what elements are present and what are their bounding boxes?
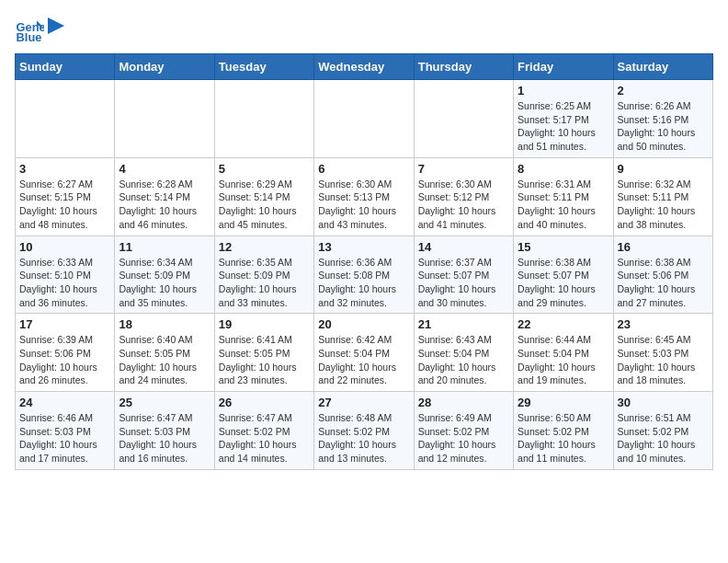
calendar-day-cell: 26Sunrise: 6:47 AM Sunset: 5:02 PM Dayli…: [214, 392, 313, 470]
day-info: Sunrise: 6:33 AM Sunset: 5:10 PM Dayligh…: [19, 256, 110, 310]
day-number: 4: [119, 162, 210, 176]
day-number: 17: [19, 317, 110, 331]
day-info: Sunrise: 6:34 AM Sunset: 5:09 PM Dayligh…: [119, 256, 210, 310]
day-number: 13: [318, 240, 409, 254]
day-info: Sunrise: 6:30 AM Sunset: 5:13 PM Dayligh…: [318, 178, 409, 232]
calendar-day-cell: 7Sunrise: 6:30 AM Sunset: 5:12 PM Daylig…: [414, 157, 513, 236]
day-number: 26: [219, 396, 310, 409]
day-number: 29: [518, 396, 609, 409]
calendar-day-cell: [414, 80, 513, 158]
calendar-day-cell: 5Sunrise: 6:29 AM Sunset: 5:14 PM Daylig…: [214, 157, 313, 236]
weekday-header: Saturday: [613, 54, 712, 80]
svg-marker-3: [48, 17, 64, 34]
day-info: Sunrise: 6:44 AM Sunset: 5:04 PM Dayligh…: [518, 333, 609, 387]
calendar-day-cell: 22Sunrise: 6:44 AM Sunset: 5:04 PM Dayli…: [514, 314, 613, 392]
calendar-day-cell: 20Sunrise: 6:42 AM Sunset: 5:04 PM Dayli…: [314, 314, 414, 392]
day-info: Sunrise: 6:46 AM Sunset: 5:03 PM Dayligh…: [19, 411, 110, 465]
day-info: Sunrise: 6:49 AM Sunset: 5:02 PM Dayligh…: [418, 411, 509, 465]
day-number: 19: [219, 317, 310, 331]
day-number: 28: [418, 396, 509, 409]
weekday-header: Tuesday: [214, 54, 313, 80]
calendar-day-cell: 12Sunrise: 6:35 AM Sunset: 5:09 PM Dayli…: [214, 236, 313, 314]
day-number: 10: [19, 240, 110, 254]
calendar-day-cell: 30Sunrise: 6:51 AM Sunset: 5:02 PM Dayli…: [613, 392, 712, 470]
day-info: Sunrise: 6:43 AM Sunset: 5:04 PM Dayligh…: [418, 333, 509, 387]
weekday-header: Monday: [115, 54, 214, 80]
day-info: Sunrise: 6:40 AM Sunset: 5:05 PM Dayligh…: [119, 333, 210, 387]
day-number: 24: [19, 396, 110, 409]
calendar-day-cell: 25Sunrise: 6:47 AM Sunset: 5:03 PM Dayli…: [115, 392, 214, 470]
calendar-day-cell: 15Sunrise: 6:38 AM Sunset: 5:07 PM Dayli…: [514, 236, 613, 314]
calendar-day-cell: [314, 80, 414, 158]
header: General Blue: [15, 15, 713, 44]
day-number: 22: [518, 317, 609, 331]
day-info: Sunrise: 6:32 AM Sunset: 5:11 PM Dayligh…: [618, 178, 709, 232]
day-info: Sunrise: 6:39 AM Sunset: 5:06 PM Dayligh…: [19, 333, 110, 387]
calendar-day-cell: 6Sunrise: 6:30 AM Sunset: 5:13 PM Daylig…: [314, 157, 414, 236]
page: General Blue SundayMondayTuesdayWednesda…: [0, 0, 728, 485]
day-number: 16: [618, 240, 709, 254]
day-info: Sunrise: 6:47 AM Sunset: 5:03 PM Dayligh…: [119, 411, 210, 465]
day-number: 5: [219, 162, 310, 176]
day-number: 20: [318, 317, 409, 331]
day-number: 1: [518, 84, 609, 98]
day-number: 27: [318, 396, 409, 409]
calendar-day-cell: 9Sunrise: 6:32 AM Sunset: 5:11 PM Daylig…: [613, 157, 712, 236]
calendar-day-cell: [214, 80, 313, 158]
day-number: 25: [119, 396, 210, 409]
logo-arrow-icon: [48, 17, 64, 34]
calendar-day-cell: 13Sunrise: 6:36 AM Sunset: 5:08 PM Dayli…: [314, 236, 414, 314]
day-number: 30: [618, 396, 709, 409]
day-number: 3: [19, 162, 110, 176]
calendar-header-row: SundayMondayTuesdayWednesdayThursdayFrid…: [16, 54, 713, 80]
calendar-day-cell: 19Sunrise: 6:41 AM Sunset: 5:05 PM Dayli…: [214, 314, 313, 392]
day-info: Sunrise: 6:27 AM Sunset: 5:15 PM Dayligh…: [19, 178, 110, 232]
day-info: Sunrise: 6:25 AM Sunset: 5:17 PM Dayligh…: [518, 99, 609, 154]
day-number: 18: [119, 317, 210, 331]
calendar-day-cell: 17Sunrise: 6:39 AM Sunset: 5:06 PM Dayli…: [16, 314, 115, 392]
day-info: Sunrise: 6:47 AM Sunset: 5:02 PM Dayligh…: [219, 411, 310, 465]
day-number: 11: [119, 240, 210, 254]
day-number: 9: [618, 162, 709, 176]
calendar-day-cell: 11Sunrise: 6:34 AM Sunset: 5:09 PM Dayli…: [115, 236, 214, 314]
calendar-day-cell: 8Sunrise: 6:31 AM Sunset: 5:11 PM Daylig…: [514, 157, 613, 236]
weekday-header: Wednesday: [314, 54, 414, 80]
calendar-day-cell: 3Sunrise: 6:27 AM Sunset: 5:15 PM Daylig…: [16, 157, 115, 236]
day-info: Sunrise: 6:48 AM Sunset: 5:02 PM Dayligh…: [318, 411, 409, 465]
day-number: 12: [219, 240, 310, 254]
day-info: Sunrise: 6:42 AM Sunset: 5:04 PM Dayligh…: [318, 333, 409, 387]
calendar-day-cell: 16Sunrise: 6:38 AM Sunset: 5:06 PM Dayli…: [613, 236, 712, 314]
day-number: 21: [418, 317, 509, 331]
calendar-day-cell: 24Sunrise: 6:46 AM Sunset: 5:03 PM Dayli…: [16, 392, 115, 470]
calendar-day-cell: [115, 80, 214, 158]
day-number: 14: [418, 240, 509, 254]
calendar-day-cell: 4Sunrise: 6:28 AM Sunset: 5:14 PM Daylig…: [115, 157, 214, 236]
day-info: Sunrise: 6:37 AM Sunset: 5:07 PM Dayligh…: [418, 256, 509, 310]
day-number: 8: [518, 162, 609, 176]
calendar-week-row: 24Sunrise: 6:46 AM Sunset: 5:03 PM Dayli…: [16, 392, 713, 470]
calendar-day-cell: 10Sunrise: 6:33 AM Sunset: 5:10 PM Dayli…: [16, 236, 115, 314]
day-number: 6: [318, 162, 409, 176]
day-info: Sunrise: 6:51 AM Sunset: 5:02 PM Dayligh…: [618, 411, 709, 465]
weekday-header: Friday: [514, 54, 613, 80]
svg-text:Blue: Blue: [17, 30, 42, 44]
calendar-day-cell: 23Sunrise: 6:45 AM Sunset: 5:03 PM Dayli…: [613, 314, 712, 392]
day-info: Sunrise: 6:45 AM Sunset: 5:03 PM Dayligh…: [618, 333, 709, 387]
calendar-day-cell: [16, 80, 115, 158]
day-number: 23: [618, 317, 709, 331]
day-info: Sunrise: 6:29 AM Sunset: 5:14 PM Dayligh…: [219, 178, 310, 232]
calendar-day-cell: 18Sunrise: 6:40 AM Sunset: 5:05 PM Dayli…: [115, 314, 214, 392]
calendar-day-cell: 28Sunrise: 6:49 AM Sunset: 5:02 PM Dayli…: [414, 392, 513, 470]
calendar-day-cell: 2Sunrise: 6:26 AM Sunset: 5:16 PM Daylig…: [613, 80, 712, 158]
day-info: Sunrise: 6:38 AM Sunset: 5:07 PM Dayligh…: [518, 256, 609, 310]
day-info: Sunrise: 6:35 AM Sunset: 5:09 PM Dayligh…: [219, 256, 310, 310]
calendar-day-cell: 21Sunrise: 6:43 AM Sunset: 5:04 PM Dayli…: [414, 314, 513, 392]
day-info: Sunrise: 6:28 AM Sunset: 5:14 PM Dayligh…: [119, 178, 210, 232]
logo: General Blue: [15, 15, 64, 44]
calendar-day-cell: 29Sunrise: 6:50 AM Sunset: 5:02 PM Dayli…: [514, 392, 613, 470]
calendar-table: SundayMondayTuesdayWednesdayThursdayFrid…: [15, 53, 713, 470]
calendar-day-cell: 14Sunrise: 6:37 AM Sunset: 5:07 PM Dayli…: [414, 236, 513, 314]
calendar-week-row: 17Sunrise: 6:39 AM Sunset: 5:06 PM Dayli…: [16, 314, 713, 392]
weekday-header: Sunday: [16, 54, 115, 80]
day-info: Sunrise: 6:36 AM Sunset: 5:08 PM Dayligh…: [318, 256, 409, 310]
